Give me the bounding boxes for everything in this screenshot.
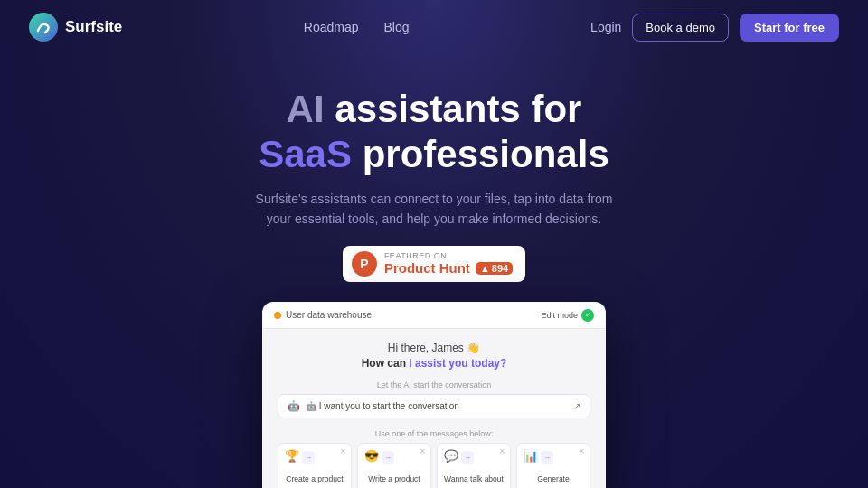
ph-featured-label: FEATURED ON [384,251,447,260]
robot-icon: 🤖 [288,400,300,412]
mockup-header-left: User data warehouse [274,310,372,320]
qa-card-3[interactable]: ✕ 📊 → Generate product statistics [516,443,590,488]
qa-emoji-0: 🏆 [285,449,299,463]
ph-score-arrow: ▲ [480,263,490,274]
qa-text-0: Create a product description [286,474,343,488]
mockup-body: Hi there, James 👋 How can I assist you t… [263,329,605,488]
ai-start-left: 🤖 🤖 I want you to start the conversation [288,400,459,412]
qa-emoji-3: 📊 [524,449,538,463]
mockup-header: User data warehouse Edit mode ✓ [263,303,605,329]
qa-arrow-2: → [461,451,474,464]
arrow-icon: ↗ [573,401,580,411]
ai-section-label: Let the AI start the conversation [278,380,590,389]
edit-mode-dot: ✓ [581,309,594,322]
nav-actions: Login Book a demo Start for free [590,14,839,42]
hero-title-professionals: professionals [363,133,609,175]
qa-emoji-1: 😎 [364,449,379,463]
greeting-question: How can I assist you today? [278,357,590,370]
edit-mode-label: Edit mode [541,311,578,320]
hero-title: AI assistants for SaaS professionals [0,87,868,178]
qa-arrow-1: → [382,451,394,464]
qa-arrow-row-0: 🏆 → [285,449,344,466]
ai-start-row[interactable]: 🤖 🤖 I want you to start the conversation… [278,394,590,418]
qa-text-3: Generate product statistics [524,474,581,488]
ph-logo-icon: P [352,251,377,277]
mockup-card: User data warehouse Edit mode ✓ Hi there… [262,302,606,488]
ph-text: FEATURED ON Product Hunt ▲ 894 [384,251,513,276]
qa-card-0[interactable]: ✕ 🏆 → Create a product description [278,443,352,488]
start-free-button[interactable]: Start for free [740,14,839,42]
nav-links: Roadmap Blog [304,20,410,34]
qa-arrow-row-1: 😎 → [364,449,424,466]
ai-row-text: 🤖 I want you to start the conversation [306,401,459,411]
edit-mode-badge: Edit mode ✓ [541,309,594,322]
db-dot-icon [274,312,281,319]
qa-text-1: Write a product roadmap [368,474,420,488]
qa-close-1[interactable]: ✕ [420,447,426,455]
qa-arrow-3: → [541,451,553,464]
hero-title-ai: AI [287,88,335,130]
ph-product-name: Product Hunt [384,260,470,276]
mockup-header-label: User data warehouse [286,310,372,320]
book-demo-button[interactable]: Book a demo [632,14,729,42]
navbar: Surfsite Roadmap Blog Login Book a demo … [0,0,868,54]
qa-arrow-row-2: 💬 → [444,449,504,466]
quick-actions: ✕ 🏆 → Create a product description ✕ 😎 → [278,443,590,488]
qa-arrow-row-3: 📊 → [524,449,583,466]
product-hunt-badge[interactable]: P FEATURED ON Product Hunt ▲ 894 [343,246,525,282]
logo[interactable]: Surfsite [29,13,122,42]
qa-card-1[interactable]: ✕ 😎 → Write a product roadmap [357,443,431,488]
qa-close-3[interactable]: ✕ [579,447,585,455]
svg-point-0 [29,13,58,42]
qa-card-2[interactable]: ✕ 💬 → Wanna talk about your product? [437,443,511,488]
greeting-text: Hi there, James 👋 [278,342,590,354]
qa-close-2[interactable]: ✕ [499,447,505,455]
assist-link[interactable]: I assist you today? [409,357,506,370]
hero-section: AI assistants for SaaS professionals Sur… [0,54,868,488]
hero-title-saas: SaaS [259,133,362,175]
hero-title-assistants: assistants for [335,88,581,130]
ph-score-badge: ▲ 894 [476,262,513,275]
messages-label: Use one of the messages below: [278,429,590,438]
ph-name-row: Product Hunt ▲ 894 [384,260,513,276]
qa-close-0[interactable]: ✕ [340,447,346,455]
brand-name: Surfsite [65,18,122,36]
nav-link-roadmap[interactable]: Roadmap [304,20,359,34]
ph-score-number: 894 [492,263,508,274]
nav-link-blog[interactable]: Blog [384,20,410,34]
hero-subtitle: Surfsite's assistants can connect to you… [244,189,624,230]
qa-arrow-0: → [302,451,315,464]
logo-icon [29,13,58,42]
qa-emoji-2: 💬 [444,449,458,463]
login-button[interactable]: Login [590,20,621,34]
mockup-wrapper: User data warehouse Edit mode ✓ Hi there… [0,302,868,488]
qa-text-2: Wanna talk about your product? [444,474,504,488]
